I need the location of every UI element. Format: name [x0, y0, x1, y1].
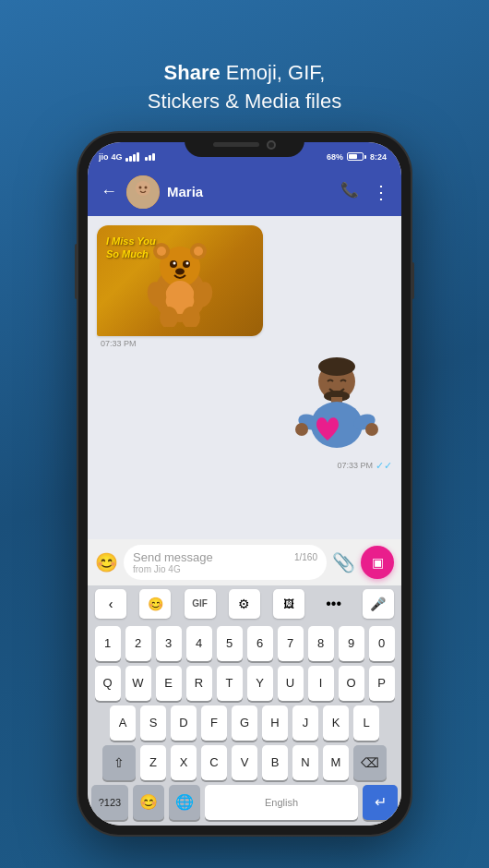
carrier-label: jio [99, 152, 109, 162]
message-input-box[interactable]: Send message 1/160 from Jio 4G [124, 545, 327, 580]
key-f[interactable]: F [201, 705, 227, 741]
svg-point-28 [295, 423, 308, 436]
key-0[interactable]: 0 [369, 626, 395, 661]
sb2-2 [149, 155, 151, 161]
svg-point-14 [186, 261, 189, 264]
battery-percent: 68% [327, 152, 343, 162]
header-icons: 📞 ⋮ [340, 181, 390, 203]
key-d[interactable]: D [171, 705, 197, 741]
key-r[interactable]: R [186, 666, 212, 701]
key-k[interactable]: K [323, 705, 349, 741]
key-j[interactable]: J [292, 705, 318, 741]
image-bubble: I Miss You So Much [97, 225, 263, 336]
attach-button[interactable]: 📎 [332, 551, 355, 573]
sent-message: 07:33 PM ✓✓ [281, 356, 392, 472]
numbers-switch-key[interactable]: ?123 [91, 785, 128, 820]
back-key-icon: ‹ [109, 597, 113, 611]
signal-bar-3 [133, 154, 136, 162]
asdf-row: A S D F G H J K L [91, 705, 398, 741]
sticker-svg [281, 356, 392, 457]
key-g[interactable]: G [232, 705, 257, 741]
phone-mockup: jio 4G 68% [78, 133, 411, 835]
key-s[interactable]: S [140, 705, 166, 741]
phone-notch [185, 133, 304, 157]
call-icon[interactable]: 📞 [340, 181, 359, 203]
key-2[interactable]: 2 [125, 626, 151, 661]
svg-point-8 [157, 247, 166, 256]
svg-point-13 [173, 261, 176, 264]
sticker-icon: 🖼 [283, 597, 294, 610]
mic-toolbar-button[interactable]: 🎤 [363, 589, 394, 619]
chat-header: ← Maria 📞 ⋮ [88, 168, 401, 216]
key-1[interactable]: 1 [95, 626, 121, 661]
key-6[interactable]: 6 [247, 626, 273, 661]
key-w[interactable]: W [125, 666, 151, 701]
key-8[interactable]: 8 [308, 626, 334, 661]
key-c[interactable]: C [201, 745, 227, 780]
key-m[interactable]: M [323, 745, 349, 780]
network-label: 4G [112, 152, 123, 162]
settings-toolbar-button[interactable]: ⚙ [229, 589, 260, 619]
zxcv-row: ⇧ Z X C V B N M ⌫ [91, 745, 398, 780]
svg-point-29 [365, 423, 378, 436]
gif-label: GIF [192, 598, 208, 609]
menu-icon[interactable]: ⋮ [372, 181, 390, 203]
key-h[interactable]: H [262, 705, 288, 741]
key-x[interactable]: X [171, 745, 197, 780]
gif-toolbar-button[interactable]: GIF [185, 589, 216, 619]
keyboard-back-button[interactable]: ‹ [95, 589, 126, 619]
teddy-image: I Miss You So Much [97, 225, 263, 336]
emoji-toolbar-button[interactable]: 😊 [139, 589, 171, 619]
key-z[interactable]: Z [140, 745, 166, 780]
sticker [281, 356, 392, 457]
key-e[interactable]: E [156, 666, 182, 701]
contact-name: Maria [167, 184, 333, 199]
key-3[interactable]: 3 [156, 626, 182, 661]
key-l[interactable]: L [353, 705, 379, 741]
svg-point-3 [139, 186, 142, 188]
input-placeholder: Send message [133, 550, 213, 564]
input-subtext: from Jio 4G [133, 564, 317, 574]
key-v[interactable]: V [232, 745, 257, 780]
more-icon: ••• [326, 596, 341, 612]
signal-bars-2 [145, 153, 155, 161]
shift-key[interactable]: ⇧ [102, 745, 136, 780]
key-p[interactable]: P [369, 666, 395, 701]
battery-icon [347, 152, 366, 161]
key-u[interactable]: U [278, 666, 304, 701]
msg-timestamp-received: 07:33 PM [101, 339, 263, 348]
qwerty-row: Q W E R T Y U I O P [91, 666, 398, 701]
svg-point-10 [194, 247, 203, 256]
key-7[interactable]: 7 [278, 626, 304, 661]
space-key[interactable]: English [205, 785, 358, 820]
backspace-key[interactable]: ⌫ [353, 745, 387, 780]
signal-bar-4 [137, 152, 139, 162]
globe-key[interactable]: 🌐 [169, 785, 200, 820]
key-q[interactable]: Q [95, 666, 121, 701]
key-n[interactable]: N [292, 745, 318, 780]
keyboard: 1 2 3 4 5 6 7 8 9 0 Q W E R T [88, 622, 401, 826]
key-b[interactable]: B [262, 745, 288, 780]
sticker-toolbar-button[interactable]: 🖼 [273, 589, 304, 619]
key-9[interactable]: 9 [339, 626, 364, 661]
send-button[interactable]: ▣ [361, 546, 394, 579]
emoji-button[interactable]: 😊 [95, 551, 118, 573]
more-toolbar-button[interactable]: ••• [318, 589, 350, 619]
key-4[interactable]: 4 [186, 626, 212, 661]
char-count: 1/160 [294, 552, 317, 562]
signal-bar-1 [125, 158, 128, 162]
key-y[interactable]: Y [247, 666, 273, 701]
chat-area: I Miss You So Much [88, 216, 401, 539]
avatar-image [126, 175, 160, 209]
received-message: I Miss You So Much [97, 225, 263, 348]
msg-timestamp-sent: 07:33 PM ✓✓ [281, 460, 392, 472]
emoji-key[interactable]: 😊 [133, 785, 164, 820]
key-a[interactable]: A [110, 705, 136, 741]
key-i[interactable]: I [308, 666, 334, 701]
status-left: jio 4G [99, 152, 155, 162]
enter-key[interactable]: ↵ [363, 785, 398, 820]
key-t[interactable]: T [217, 666, 243, 701]
key-o[interactable]: O [339, 666, 364, 701]
back-button[interactable]: ← [99, 180, 119, 203]
key-5[interactable]: 5 [217, 626, 243, 661]
